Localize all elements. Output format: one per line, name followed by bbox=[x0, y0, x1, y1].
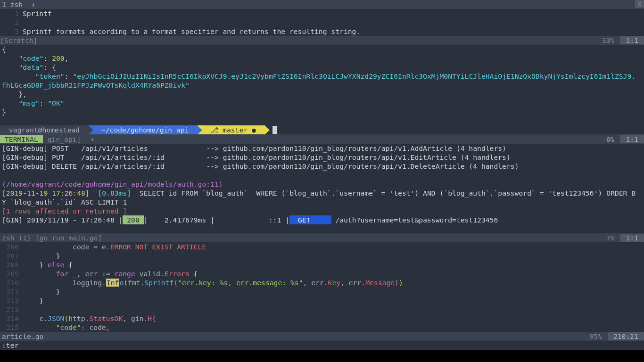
scratch-line: Sprintf formats according to a format sp… bbox=[23, 27, 644, 36]
line-number: 206 bbox=[0, 242, 23, 251]
cursor-position: 1:1 bbox=[620, 36, 644, 44]
route-line: [GIN-debug] POST /api/v1/articles --> gi… bbox=[2, 144, 644, 153]
cursor-position: 210:21 bbox=[608, 332, 644, 340]
window-close-icon[interactable]: X bbox=[635, 0, 644, 8]
json-key: "data" bbox=[18, 63, 43, 72]
scroll-percent: 33% bbox=[596, 36, 620, 44]
terminal-tab-add[interactable]: + bbox=[86, 135, 99, 143]
scratch-label: [Scratch] bbox=[0, 36, 38, 44]
scratch-line: Sprintf bbox=[23, 9, 644, 18]
http-status: 200 bbox=[123, 215, 143, 224]
prompt-branch: ⎇ master ● bbox=[198, 125, 264, 134]
shell-prompt[interactable]: vagrant@homestead ~/code/gohome/gin_api … bbox=[0, 125, 644, 134]
line-number: 208 bbox=[0, 260, 23, 269]
file-name: article.go bbox=[0, 332, 43, 340]
prompt-path: ~/code/gohome/gin_api bbox=[89, 125, 198, 134]
prompt-host: vagrant@homestead bbox=[0, 125, 89, 134]
auth-path: (/home/vagrant/code/gohome/gin_api/model… bbox=[2, 180, 223, 189]
json-text: { bbox=[2, 45, 6, 54]
cursor-position: 1:1 bbox=[620, 234, 644, 242]
tmux-tab-bar[interactable]: 1 zsh + X bbox=[0, 0, 644, 9]
json-value: 200 bbox=[52, 54, 65, 63]
rows-affected: [1 rows affected or returned ] bbox=[2, 206, 127, 215]
json-key: "token" bbox=[35, 72, 65, 81]
process-label: zsh (1) [go run main.go] bbox=[0, 234, 102, 242]
terminal-tab-active[interactable]: TERMINAL bbox=[0, 135, 43, 143]
line-number: 209 bbox=[0, 269, 23, 278]
tmux-tab-add[interactable]: + bbox=[27, 0, 39, 8]
line-number: 207 bbox=[0, 251, 23, 260]
cursor-position: 1:1 bbox=[620, 135, 644, 143]
line-number: 215 bbox=[0, 323, 23, 332]
line-number: 210 bbox=[0, 278, 23, 287]
line-number: 214 bbox=[0, 314, 23, 323]
scratch-status-bar: [Scratch] 33%1:1 bbox=[0, 36, 644, 45]
json-text: } bbox=[2, 107, 6, 116]
file-status-bar: article.go 95%210:21 bbox=[0, 332, 644, 341]
json-preview-pane[interactable]: { "code": 200, "data": { "token": "eyJhb… bbox=[0, 45, 644, 125]
terminal-tab-bar[interactable]: TERMINAL gin_api] + 6%1:1 bbox=[0, 134, 644, 144]
terminal-output[interactable]: [GIN-debug] POST /api/v1/articles --> gi… bbox=[0, 144, 644, 233]
line-number: 3 bbox=[0, 27, 23, 36]
scratch-pane[interactable]: 1Sprintf 2 3Sprintf formats according to… bbox=[0, 9, 644, 36]
line-number: 213 bbox=[0, 305, 23, 314]
token-value: "eyJhbGciOiJIUzI1NiIsInR5cCI6IkpXVCJ9.ey… bbox=[73, 72, 636, 81]
cursor-icon bbox=[272, 126, 277, 134]
scroll-percent: 6% bbox=[601, 135, 620, 143]
terminal-tab[interactable]: gin_api] bbox=[43, 135, 86, 143]
route-line: [GIN-debug] PUT /api/v1/articles/:id -->… bbox=[2, 153, 644, 162]
scroll-percent: 95% bbox=[584, 332, 608, 340]
line-number: 211 bbox=[0, 287, 23, 296]
scroll-percent: 7% bbox=[601, 234, 620, 242]
scratch-line bbox=[23, 18, 644, 27]
gin-log: [GIN] 2019/11/19 - 17:26:48 | bbox=[2, 215, 123, 224]
line-number: 2 bbox=[0, 18, 23, 27]
request-url: /auth?username=test&password=test123456 bbox=[331, 215, 498, 224]
json-value: "OK" bbox=[48, 99, 64, 107]
json-key: "msg" bbox=[18, 99, 39, 107]
line-number: 212 bbox=[0, 296, 23, 305]
vim-command-line[interactable]: :ter bbox=[0, 341, 644, 350]
token-value-wrap: fhLGcaGD8F_jbbbR21FPJzPWvQTsKqldX4RYa6PZ… bbox=[2, 81, 190, 90]
json-text: }, bbox=[18, 90, 27, 99]
code-editor[interactable]: 206 code = e.ERROR_NOT_EXIST_ARTICLE207 … bbox=[0, 242, 644, 332]
code-status-bar: zsh (1) [go run main.go] 7%1:1 bbox=[0, 233, 644, 242]
json-key: "code" bbox=[18, 54, 43, 63]
tmux-tab-active[interactable]: 1 zsh bbox=[0, 0, 27, 8]
line-number: 1 bbox=[0, 9, 23, 18]
route-line: [GIN-debug] DELETE /api/v1/articles/:id … bbox=[2, 162, 644, 171]
http-method: GET bbox=[289, 215, 331, 224]
